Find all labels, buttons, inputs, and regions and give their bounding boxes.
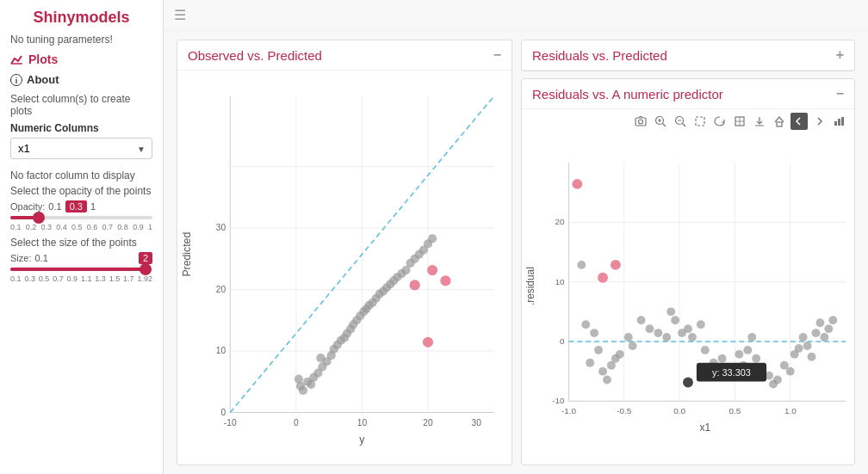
svg-text:10: 10 [555, 277, 565, 286]
svg-text:0: 0 [560, 336, 565, 346]
right-panel: Residuals vs. Predicted + Residuals vs. … [521, 40, 855, 465]
svg-point-151 [812, 329, 821, 337]
svg-point-63 [427, 265, 437, 275]
svg-rect-75 [696, 117, 704, 126]
svg-text:-0.5: -0.5 [617, 406, 632, 416]
svg-point-152 [815, 318, 824, 327]
svg-point-125 [684, 324, 692, 333]
residuals-vs-predictor-svg: -10 0 10 20 -1.0 -0.5 0.0 0.5 1.0 x1 .re… [522, 133, 854, 465]
size-value-badge: 2 [139, 252, 152, 264]
info-icon: i [10, 74, 22, 86]
plotly-toolbar [522, 109, 854, 133]
svg-point-64 [440, 275, 450, 286]
residuals-vs-predictor-panel: Residuals vs. A numeric predictor − [521, 78, 855, 465]
svg-point-121 [662, 333, 671, 342]
svg-text:0: 0 [220, 408, 226, 417]
residuals-vs-predicted-title: Residuals vs. Predicted [532, 48, 667, 63]
zoom-out-icon[interactable] [672, 113, 689, 130]
opacity-value-badge: 0.3 [65, 200, 87, 212]
select-size-label: Select the size of the points [10, 237, 152, 249]
svg-point-32 [316, 354, 325, 362]
svg-point-150 [808, 353, 816, 361]
box-select-icon[interactable] [691, 113, 709, 130]
svg-text:30: 30 [216, 223, 226, 232]
pan-right-icon[interactable] [810, 113, 828, 130]
numeric-column-select-wrapper: x1 ▼ [10, 138, 152, 159]
svg-text:.residual: .residual [524, 267, 536, 305]
size-label: Size: [10, 253, 31, 263]
select-opacity-label: Select the opacity of the points [10, 185, 152, 197]
size-slider-track[interactable] [10, 268, 152, 271]
opacity-slider-track[interactable] [10, 216, 152, 219]
svg-point-110 [594, 346, 603, 354]
plots-chart-icon [10, 52, 24, 66]
svg-point-108 [586, 359, 594, 367]
svg-text:i: i [16, 77, 18, 85]
no-tuning-message: No tuning parameters! [10, 34, 152, 46]
opacity-slider-container: 0.1 0.2 0.3 0.4 0.5 0.6 0.7 0.8 0.9 1 [10, 216, 152, 231]
svg-text:-10: -10 [552, 396, 565, 405]
observed-vs-predicted-svg: 0 10 20 30 -10 0 10 20 30 y Predicted [177, 71, 512, 465]
svg-point-147 [795, 344, 803, 353]
svg-point-153 [820, 333, 828, 342]
svg-point-156 [572, 179, 582, 189]
numeric-column-select[interactable]: x1 [10, 138, 152, 159]
svg-point-145 [786, 367, 795, 376]
size-min: 0.1 [34, 253, 47, 263]
svg-point-117 [629, 342, 637, 350]
pan-left-icon[interactable] [790, 113, 808, 130]
opacity-slider-thumb[interactable] [33, 212, 45, 224]
residuals-vs-predictor-title: Residuals vs. A numeric predictor [532, 87, 723, 102]
home-icon[interactable] [771, 113, 788, 130]
observed-vs-predicted-toggle[interactable]: − [493, 47, 501, 63]
svg-point-148 [799, 333, 808, 342]
plots-label: Plots [28, 52, 58, 66]
svg-text:x1: x1 [700, 422, 711, 434]
svg-text:0: 0 [294, 418, 299, 428]
svg-point-116 [624, 333, 633, 342]
svg-rect-84 [841, 117, 844, 126]
residuals-vs-predicted-toggle[interactable]: + [836, 47, 844, 63]
residuals-vs-predicted-header: Residuals vs. Predicted + [522, 40, 854, 71]
svg-text:0.0: 0.0 [673, 406, 685, 416]
svg-point-157 [598, 273, 608, 283]
svg-point-138 [747, 333, 756, 342]
about-section: i About [10, 73, 152, 86]
zoom-in-icon[interactable] [652, 113, 669, 130]
svg-point-126 [688, 333, 697, 342]
app-title: Shinymodels [10, 9, 152, 27]
svg-text:y: y [359, 434, 365, 446]
svg-point-132 [718, 354, 727, 363]
observed-vs-predicted-title: Observed vs. Predicted [188, 48, 322, 63]
size-slider-thumb[interactable] [140, 263, 152, 275]
svg-text:1.0: 1.0 [784, 406, 797, 416]
svg-line-71 [663, 124, 666, 127]
svg-point-119 [646, 324, 654, 333]
residuals-vs-predictor-header: Residuals vs. A numeric predictor − [522, 79, 854, 109]
svg-point-149 [803, 342, 812, 350]
plots-link[interactable]: Plots [10, 52, 152, 66]
svg-point-137 [743, 346, 752, 354]
camera-icon[interactable] [632, 113, 649, 130]
hamburger-icon[interactable]: ☰ [174, 8, 186, 22]
lasso-select-icon[interactable] [711, 113, 728, 130]
download-icon[interactable] [751, 113, 768, 130]
opacity-row: Opacity: 0.1 0.3 1 [10, 200, 152, 212]
observed-vs-predicted-header: Observed vs. Predicted − [177, 40, 512, 71]
select-columns-label: Select column(s) to create plots [10, 93, 152, 117]
residuals-vs-predictor-body: -10 0 10 20 -1.0 -0.5 0.0 0.5 1.0 x1 .re… [522, 133, 854, 465]
svg-point-139 [752, 354, 760, 363]
bar-chart-icon[interactable] [830, 113, 847, 130]
svg-point-143 [773, 376, 782, 385]
svg-point-107 [581, 320, 590, 329]
svg-point-127 [697, 320, 705, 329]
sidebar: Shinymodels No tuning parameters! Plots … [0, 0, 164, 474]
opacity-slider-ticks: 0.1 0.2 0.3 0.4 0.5 0.6 0.7 0.8 0.9 1 [10, 223, 152, 231]
svg-point-158 [611, 260, 621, 270]
svg-text:20: 20 [555, 217, 565, 226]
zoom-fit-icon[interactable] [731, 113, 748, 130]
residuals-vs-predictor-toggle[interactable]: − [836, 86, 844, 102]
svg-rect-66 [636, 118, 646, 126]
svg-point-109 [590, 329, 598, 337]
svg-point-106 [577, 261, 586, 269]
